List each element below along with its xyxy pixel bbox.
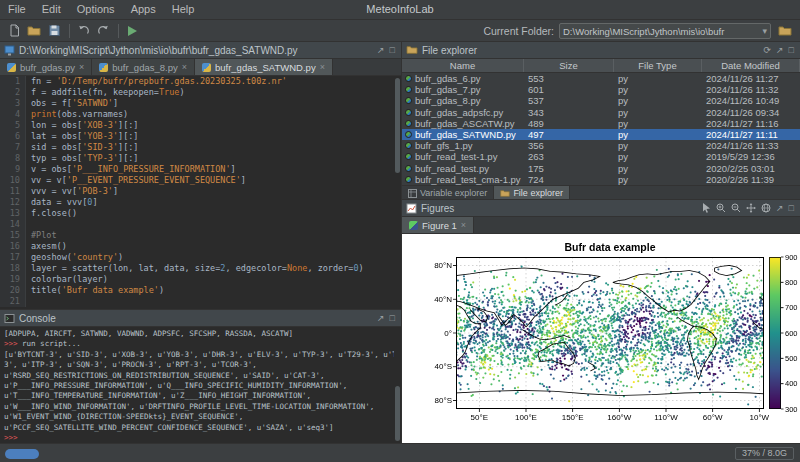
code-line[interactable]: 5lon = obs['XOB-3'][:]	[0, 120, 401, 131]
dropdown-arrow-icon[interactable]: ▾	[760, 26, 767, 36]
menu-item-file[interactable]: File	[0, 0, 34, 20]
splitter-horizontal-left[interactable]	[0, 309, 401, 310]
console-output[interactable]: [ADPUPA, AIRCFT, SATWND, VADWND, ADPSFC,…	[0, 327, 401, 443]
tab-variable-explorer[interactable]: Variable explorer	[402, 186, 494, 200]
table-row[interactable]: bufr_gdas_adpsfc.py343py2024/11/26 09:34	[402, 107, 800, 118]
line-number: 4	[0, 109, 26, 120]
table-row[interactable]: bufr_gfs_1.py356py2024/11/26 11:33	[402, 140, 800, 151]
redo-icon[interactable]	[94, 22, 112, 40]
code-line[interactable]: 14	[0, 219, 401, 230]
save-icon[interactable]	[45, 22, 63, 40]
maximize-panel-icon[interactable]: □	[789, 203, 794, 213]
figures-panel: Figures ↗ □ Figure 1 ×	[402, 200, 800, 443]
tab-close-icon[interactable]: ×	[461, 220, 466, 230]
open-file-icon[interactable]	[25, 22, 43, 40]
table-row[interactable]: bufr_gdas_7.py601py2024/11/26 11:32	[402, 84, 800, 95]
editor-tab[interactable]: bufr_gdas_SATWND.py×	[195, 59, 333, 75]
figure-tab[interactable]: Figure 1 ×	[402, 217, 474, 233]
file-name-cell: bufr_gfs_1.py	[402, 140, 524, 151]
code-line[interactable]: 16axesm()	[0, 241, 401, 252]
code-line[interactable]: 1fn = 'D:/Temp/bufr/prepbufr.gdas.202303…	[0, 76, 401, 87]
line-number: 6	[0, 131, 26, 142]
code-line[interactable]: 18layer = scatter(lon, lat, data, size=2…	[0, 263, 401, 274]
run-script-icon[interactable]	[123, 22, 141, 40]
file-date-cell: 2024/11/26 09:34	[702, 107, 800, 118]
tab-close-icon[interactable]: ×	[182, 62, 187, 72]
code-line[interactable]: 6lat = obs['YOB-3'][:]	[0, 131, 401, 142]
new-file-icon[interactable]	[5, 22, 23, 40]
editor-tab[interactable]: bufr_gdas.py×	[0, 59, 92, 75]
column-header-name[interactable]: Name	[402, 59, 524, 72]
float-panel-icon[interactable]: ↗	[776, 45, 784, 55]
splitter-horizontal-right[interactable]	[402, 199, 800, 200]
column-header-date-modified[interactable]: Date Modified	[702, 59, 800, 72]
float-panel-icon[interactable]: ↗	[776, 203, 784, 213]
code-line[interactable]: 11vvv = vv['POB-3']	[0, 186, 401, 197]
table-row[interactable]: bufr_gdas_6.py553py2024/11/26 11:27	[402, 73, 800, 84]
code-line[interactable]: 21	[0, 296, 401, 307]
undo-icon[interactable]	[74, 22, 92, 40]
select-arrow-icon[interactable]	[702, 203, 711, 213]
editor-tab[interactable]: bufr_gdas_8.py×	[92, 59, 195, 75]
zoom-in-icon[interactable]	[716, 203, 726, 213]
table-row[interactable]: bufr_read_test_cma-1.py724py2020/2/26 11…	[402, 174, 800, 185]
code-line[interactable]: 12data = vvv[0]	[0, 197, 401, 208]
code-line[interactable]: 7sid = obs['SID-3'][:]	[0, 142, 401, 153]
code-line[interactable]: 2f = addfile(fn, keepopen=True)	[0, 87, 401, 98]
tab-close-icon[interactable]: ×	[79, 62, 84, 72]
refresh-icon[interactable]: ⟳	[763, 45, 771, 55]
maximize-panel-icon[interactable]: □	[789, 45, 794, 55]
code-line[interactable]: 9v = obs['P___INFO_PRESSURE_INFORMATION'…	[0, 164, 401, 175]
code-line[interactable]: 3obs = f['SATWND']	[0, 98, 401, 109]
figure-canvas[interactable]	[402, 234, 800, 443]
full-extent-icon[interactable]	[761, 203, 771, 213]
code-editor[interactable]: 1fn = 'D:/Temp/bufr/prepbufr.gdas.202303…	[0, 76, 401, 310]
main-toolbar: Current Folder: D:\Working\MIScript\Jyth…	[0, 20, 800, 42]
tab-close-icon[interactable]: ×	[320, 62, 325, 72]
menu-item-help[interactable]: Help	[164, 0, 203, 20]
maximize-panel-icon[interactable]: □	[390, 45, 395, 55]
code-line[interactable]: 15#Plot	[0, 230, 401, 241]
status-progress-indicator[interactable]	[5, 449, 39, 459]
current-folder-combobox[interactable]: D:\Working\MIScript\Jython\mis\io\bufr ▾	[559, 23, 771, 39]
console-scrollbar-thumb[interactable]	[395, 386, 400, 441]
file-table-header: NameSizeFile TypeDate Modified	[402, 59, 800, 73]
splitter-vertical[interactable]	[401, 42, 402, 443]
table-row[interactable]: bufr_gdas_ASCATW.py489py2024/11/27 11:16	[402, 118, 800, 129]
float-panel-icon[interactable]: ↗	[377, 45, 385, 55]
table-row[interactable]: bufr_gdas_8.py537py2024/11/26 10:49	[402, 95, 800, 106]
zoom-out-icon[interactable]	[731, 203, 741, 213]
code-line[interactable]: 17geoshow('country')	[0, 252, 401, 263]
colorbar-tick-label: 600	[785, 329, 798, 338]
table-row[interactable]: bufr_read_test-1.py263py2019/5/29 12:36	[402, 151, 800, 162]
column-header-size[interactable]: Size	[524, 59, 614, 72]
file-size-cell: 489	[524, 118, 614, 129]
editor-scrollbar[interactable]	[394, 76, 401, 310]
column-header-file-type[interactable]: File Type	[614, 59, 702, 72]
file-size-cell: 601	[524, 84, 614, 95]
tab-file-explorer[interactable]: File explorer	[494, 186, 570, 200]
editor-scrollbar-thumb[interactable]	[395, 78, 400, 173]
menu-item-options[interactable]: Options	[69, 0, 123, 20]
code-line[interactable]: 4print(obs.varnames)	[0, 109, 401, 120]
pan-icon[interactable]	[746, 203, 756, 213]
browse-folder-icon[interactable]	[776, 22, 794, 40]
console-icon	[4, 313, 15, 324]
code-line[interactable]: 19colorbar(layer)	[0, 274, 401, 285]
code-text: obs = f['SATWND']	[26, 98, 118, 109]
memory-indicator[interactable]: 37% / 8.0G	[735, 447, 794, 460]
menu-item-apps[interactable]: Apps	[123, 0, 164, 20]
table-row[interactable]: bufr_gdas_SATWND.py497py2024/11/27 11:11	[402, 129, 800, 140]
menu-item-edit[interactable]: Edit	[34, 0, 69, 20]
console-scrollbar[interactable]	[394, 327, 401, 443]
code-line[interactable]: 8typ = obs['TYP-3'][:]	[0, 153, 401, 164]
current-folder-label: Current Folder:	[483, 25, 554, 37]
table-row[interactable]: bufr_read_test.py175py2020/2/25 03:01	[402, 163, 800, 174]
code-line[interactable]: 13f.close()	[0, 208, 401, 219]
float-panel-icon[interactable]: ↗	[377, 313, 385, 323]
code-line[interactable]: 10vv = v['P__EVENT_PRESSURE_EVENT_SEQUEN…	[0, 175, 401, 186]
code-line[interactable]: 20title('Bufr data example')	[0, 285, 401, 296]
file-name: bufr_read_test.py	[415, 163, 489, 174]
y-tick-label: 80°N	[424, 261, 452, 270]
maximize-panel-icon[interactable]: □	[390, 313, 395, 323]
